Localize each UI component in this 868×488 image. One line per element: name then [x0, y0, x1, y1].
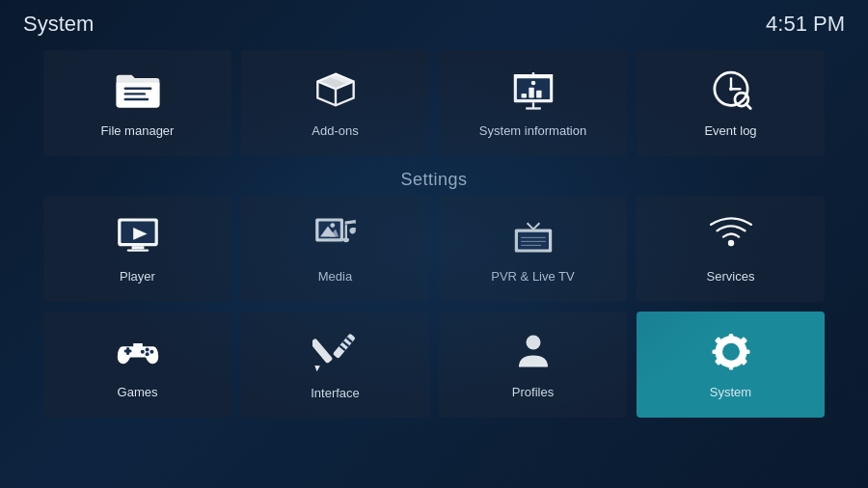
settings-row-2: Games Interface Profiles: [0, 312, 868, 427]
tile-player[interactable]: Player: [43, 196, 231, 302]
svg-rect-63: [744, 349, 749, 354]
file-manager-label: File manager: [101, 123, 175, 138]
services-label: Services: [707, 269, 755, 284]
svg-rect-28: [131, 246, 144, 249]
svg-point-50: [140, 349, 144, 353]
file-manager-icon: [115, 69, 161, 116]
settings-row-1: Player Media: [0, 196, 868, 312]
pvr-live-tv-icon: [510, 215, 556, 261]
tile-system-information[interactable]: System information: [439, 50, 627, 156]
add-ons-icon: [312, 69, 359, 116]
svg-point-57: [526, 335, 540, 349]
svg-point-14: [530, 80, 535, 85]
games-icon: [115, 331, 161, 377]
svg-rect-62: [712, 349, 718, 354]
profiles-icon: [510, 331, 556, 377]
player-label: Player: [120, 269, 155, 284]
svg-rect-60: [728, 334, 733, 339]
tile-games[interactable]: Games: [43, 312, 231, 418]
svg-rect-29: [126, 249, 148, 251]
svg-rect-12: [529, 87, 533, 97]
svg-rect-1: [123, 93, 145, 95]
tile-media[interactable]: Media: [241, 196, 429, 302]
tile-services[interactable]: Services: [637, 196, 825, 302]
svg-point-47: [145, 347, 149, 351]
system-information-label: System information: [479, 123, 586, 138]
svg-line-37: [527, 223, 532, 229]
svg-rect-51: [312, 338, 333, 364]
event-log-label: Event log: [704, 123, 756, 138]
media-icon: [312, 215, 359, 261]
pvr-live-tv-label: PVR & Live TV: [491, 269, 574, 284]
add-ons-label: Add-ons: [312, 123, 358, 138]
interface-icon: [312, 330, 359, 378]
games-label: Games: [118, 385, 158, 399]
app-header: System 4:51 PM: [0, 0, 868, 44]
svg-line-24: [746, 103, 750, 108]
tile-file-manager[interactable]: File manager: [43, 50, 231, 156]
player-icon: [115, 215, 161, 261]
svg-rect-46: [126, 347, 129, 355]
svg-point-48: [149, 349, 153, 353]
svg-rect-0: [123, 87, 151, 89]
tile-interface[interactable]: Interface: [241, 312, 429, 418]
svg-point-49: [145, 352, 149, 356]
svg-rect-53: [332, 333, 355, 359]
page-title: System: [23, 12, 94, 37]
svg-rect-61: [728, 364, 733, 369]
svg-point-36: [342, 237, 348, 242]
system-label: System: [710, 385, 751, 399]
system-icon: [708, 331, 754, 377]
tile-profiles[interactable]: Profiles: [439, 312, 627, 418]
svg-point-34: [330, 223, 335, 228]
svg-point-68: [725, 345, 737, 357]
clock: 4:51 PM: [766, 12, 845, 37]
settings-section-label: Settings: [0, 162, 868, 196]
svg-rect-11: [521, 93, 526, 97]
tile-add-ons[interactable]: Add-ons: [241, 50, 429, 156]
svg-rect-2: [123, 97, 149, 99]
svg-point-44: [727, 239, 733, 245]
profiles-label: Profiles: [512, 385, 554, 399]
tile-pvr-live-tv[interactable]: PVR & Live TV: [439, 196, 627, 302]
tile-system[interactable]: System: [637, 312, 825, 418]
interface-label: Interface: [311, 386, 360, 400]
svg-marker-52: [312, 363, 321, 371]
svg-rect-40: [518, 231, 549, 249]
system-information-icon: [510, 69, 556, 116]
top-row: File manager Add-ons: [0, 44, 868, 162]
event-log-icon: [708, 69, 754, 116]
services-icon: [708, 215, 754, 261]
svg-line-38: [533, 223, 539, 229]
media-label: Media: [318, 269, 352, 284]
svg-rect-13: [536, 90, 541, 97]
tile-event-log[interactable]: Event log: [637, 50, 825, 156]
